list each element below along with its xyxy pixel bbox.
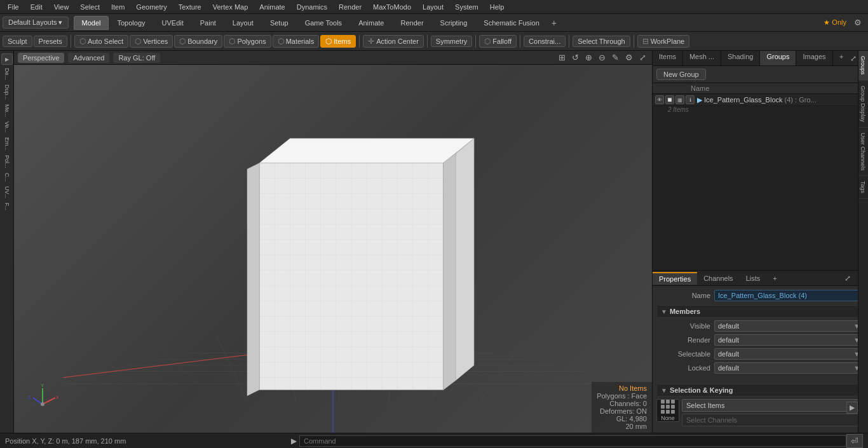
- right-tab-items[interactable]: Items: [653, 51, 683, 65]
- tab-schematic[interactable]: Schematic Fusion: [475, 16, 547, 30]
- sculpt-button[interactable]: Sculpt: [3, 36, 32, 47]
- auto-select-button[interactable]: ⬡ Auto Select: [74, 35, 128, 48]
- visible-dropdown[interactable]: default ▼: [714, 320, 864, 332]
- add-layout-tab[interactable]: +: [548, 17, 560, 29]
- tab-setup[interactable]: Setup: [262, 16, 297, 30]
- tab-paint[interactable]: Paint: [192, 16, 224, 30]
- right-panel-expand[interactable]: ⤢: [850, 54, 857, 63]
- group-extra-icon[interactable]: ℹ: [686, 95, 695, 104]
- members-arrow-icon: ▼: [661, 308, 667, 315]
- group-mesh-icon[interactable]: ▦: [675, 95, 684, 104]
- right-tab-shading[interactable]: Shading: [721, 51, 760, 65]
- sel-keying-header[interactable]: ▼ Selection & Keying: [656, 384, 864, 397]
- vp-icon-settings[interactable]: ⚙: [623, 52, 635, 63]
- right-tab-add[interactable]: +: [836, 51, 847, 65]
- tab-gametools[interactable]: Game Tools: [297, 16, 351, 30]
- tab-uvedit[interactable]: UVEdit: [154, 16, 192, 30]
- menu-texture[interactable]: Texture: [173, 2, 207, 12]
- vp-icon-pen[interactable]: ✎: [610, 52, 621, 63]
- vp-tab-perspective[interactable]: Perspective: [18, 53, 64, 63]
- viewport-header: Perspective Advanced Ray GL: Off ⊞ ↺ ⊕ ⊖…: [14, 51, 652, 65]
- sel-keying-label: Selection & Keying: [670, 386, 733, 394]
- tab-animate[interactable]: Animate: [350, 16, 392, 30]
- menu-animate[interactable]: Animate: [254, 2, 290, 12]
- vp-icon-cam[interactable]: ⊞: [557, 52, 567, 63]
- items-button[interactable]: ⬡ Items: [320, 35, 356, 48]
- tab-render[interactable]: Render: [392, 16, 431, 30]
- menu-select[interactable]: Select: [75, 2, 105, 12]
- left-tool-1[interactable]: ▶: [1, 53, 13, 65]
- new-group-button[interactable]: New Group: [656, 69, 706, 80]
- select-through-button[interactable]: Select Through: [573, 36, 630, 47]
- menu-dynamics[interactable]: Dynamics: [292, 2, 332, 12]
- group-eye-icon[interactable]: 👁: [655, 95, 664, 104]
- menu-geometry[interactable]: Geometry: [131, 2, 172, 12]
- tab-layout[interactable]: Layout: [224, 16, 262, 30]
- menu-file[interactable]: File: [3, 2, 24, 12]
- vtab-groups[interactable]: Groups: [858, 51, 868, 81]
- materials-button[interactable]: ⬡ Materials: [273, 35, 320, 48]
- none-label: None: [661, 415, 675, 421]
- vtab-tags[interactable]: Tags: [858, 176, 868, 199]
- right-tab-mesh[interactable]: Mesh ...: [683, 51, 721, 65]
- command-input[interactable]: [299, 435, 846, 447]
- constraints-button[interactable]: Constrai...: [524, 36, 566, 47]
- prop-tab-properties[interactable]: Properties: [653, 272, 697, 285]
- main-area: ▶ De... Dup... Me... Ve... Em... Pol... …: [0, 51, 868, 433]
- sep3: [427, 35, 428, 48]
- groups-name-col: Name: [691, 85, 709, 92]
- select-channels-button[interactable]: Select Channels: [682, 414, 864, 426]
- menu-item[interactable]: Item: [106, 2, 130, 12]
- menu-maxtomodo[interactable]: MaxToModo: [368, 2, 416, 12]
- prop-icon-expand[interactable]: ⤢: [842, 273, 853, 283]
- vertices-button[interactable]: ⬡ Vertices: [130, 35, 173, 48]
- menu-vertexmap[interactable]: Vertex Map: [208, 2, 254, 12]
- name-label: Name: [656, 292, 710, 299]
- vertices-label: Vertices: [143, 37, 168, 45]
- prop-tab-channels[interactable]: Channels: [697, 273, 739, 284]
- vtab-group-display[interactable]: Group Display: [858, 81, 868, 128]
- action-center-button[interactable]: ✛ Action Center: [363, 35, 424, 48]
- falloff-button[interactable]: ⬡ Falloff: [479, 35, 517, 48]
- prop-tab-lists[interactable]: Lists: [740, 273, 767, 284]
- layout-dropdown[interactable]: Default Layouts ▾: [3, 17, 69, 29]
- vp-icon-refresh[interactable]: ↺: [570, 52, 581, 63]
- tab-model[interactable]: Model: [74, 16, 109, 30]
- group-items-sub: 2 Items: [653, 106, 868, 114]
- vp-icon-zoom-out[interactable]: ⊖: [597, 52, 607, 63]
- command-execute-btn[interactable]: ⏎: [846, 434, 863, 448]
- menu-view[interactable]: View: [49, 2, 74, 12]
- panel-expand-btn[interactable]: ▶: [846, 402, 858, 414]
- menu-edit[interactable]: Edit: [25, 2, 48, 12]
- select-items-button[interactable]: Select Items: [682, 399, 864, 412]
- locked-dropdown[interactable]: default ▼: [714, 362, 864, 374]
- polygons-button[interactable]: ⬡ Polygons: [224, 35, 271, 48]
- prop-tab-add[interactable]: +: [769, 273, 780, 283]
- vp-icon-zoom-in[interactable]: ⊕: [583, 52, 594, 63]
- members-section[interactable]: ▼ Members: [656, 305, 864, 318]
- symmetry-button[interactable]: Symmetry: [431, 36, 473, 47]
- gear-icon[interactable]: ⚙: [850, 17, 865, 29]
- vtab-user-channels[interactable]: User Channels: [858, 128, 868, 177]
- selectable-dropdown[interactable]: default ▼: [714, 348, 864, 360]
- vp-tab-advanced[interactable]: Advanced: [68, 53, 109, 63]
- right-tab-images[interactable]: Images: [796, 51, 832, 65]
- group-lock-icon[interactable]: 🔲: [665, 95, 674, 104]
- menu-help[interactable]: Help: [485, 2, 510, 12]
- name-input[interactable]: [714, 290, 864, 301]
- viewport-canvas[interactable]: X Z Y No Items Polygons : Face Channels:…: [14, 65, 652, 433]
- right-tab-groups[interactable]: Groups: [760, 51, 796, 65]
- boundary-button[interactable]: ⬡ Boundary: [174, 35, 222, 48]
- group-list-item[interactable]: 👁 🔲 ▦ ℹ ▶ Ice_Pattern_Glass_Block (4) : …: [653, 94, 868, 106]
- none-icon-box[interactable]: None: [656, 399, 679, 422]
- workplane-button[interactable]: ⊟ WorkPlane: [637, 35, 690, 48]
- vp-tab-raygl[interactable]: Ray GL: Off: [113, 53, 160, 63]
- menu-layout[interactable]: Layout: [417, 2, 449, 12]
- tab-scripting[interactable]: Scripting: [432, 16, 476, 30]
- presets-button[interactable]: Presets: [34, 36, 67, 47]
- render-dropdown[interactable]: default ▼: [714, 334, 864, 346]
- vp-icon-expand[interactable]: ⤢: [637, 52, 648, 63]
- tab-topology[interactable]: Topology: [109, 16, 153, 30]
- menu-system[interactable]: System: [450, 2, 484, 12]
- menu-render[interactable]: Render: [334, 2, 367, 12]
